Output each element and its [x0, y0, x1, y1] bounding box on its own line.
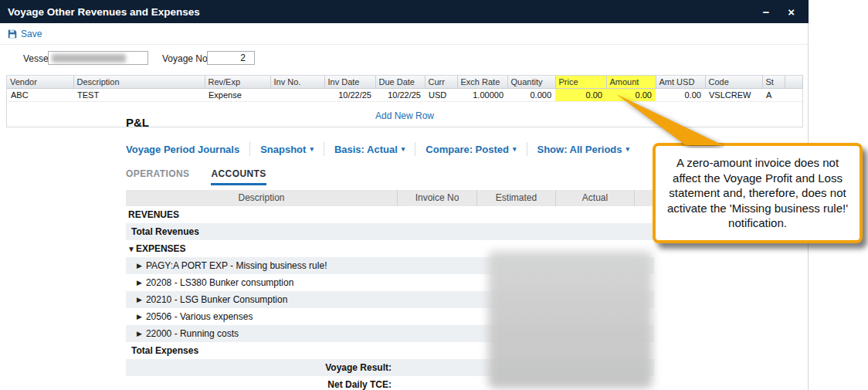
invoice-header-row: Vendor Description Rev/Exp Inv No. Inv D… [7, 76, 802, 89]
annotation-text: A zero-amount invoice does not affect th… [663, 155, 852, 231]
cell-amt-usd[interactable]: 0.00 [656, 89, 705, 102]
chevron-down-icon: ▾ [513, 145, 517, 153]
window-controls: − × [762, 6, 809, 18]
voyage-no-input[interactable]: 2 [207, 51, 255, 65]
col-quantity: Quantity [507, 76, 555, 89]
menu-divider [415, 142, 415, 156]
tab-accounts[interactable]: ACCOUNTS [211, 168, 266, 185]
col-rev-exp: Rev/Exp [205, 76, 270, 89]
menu-divider [324, 142, 324, 156]
cell-due-date[interactable]: 10/22/25 [375, 89, 425, 102]
compare-dropdown[interactable]: Compare: Posted▾ [426, 144, 516, 155]
pnl-col-actual: Actual [556, 190, 635, 206]
col-spacer [785, 76, 802, 89]
expand-icon[interactable]: ▶ [137, 279, 142, 287]
pnl-col-estimated: Estimated [477, 190, 556, 206]
col-code: Code [705, 76, 762, 89]
show-periods-dropdown[interactable]: Show: All Periods▾ [537, 144, 630, 155]
pnl-col-description: Description [126, 190, 398, 206]
cell-spacer [785, 89, 802, 102]
expand-icon[interactable]: ▶ [137, 313, 142, 320]
close-icon[interactable]: × [788, 6, 795, 18]
expand-icon[interactable]: ▶ [137, 262, 142, 270]
pnl-row-total-revenues: Total Revenues [126, 223, 654, 240]
col-curr: Curr [425, 76, 457, 89]
vessel-redacted-value [52, 54, 126, 63]
chevron-down-icon: ▾ [310, 145, 314, 153]
redacted-values-region [488, 251, 653, 388]
save-button-label: Save [21, 29, 42, 39]
save-button[interactable]: Save [8, 29, 42, 39]
col-price: Price [555, 76, 606, 89]
snapshot-dropdown[interactable]: Snapshot▾ [260, 144, 314, 155]
vessel-label: Vessel [23, 53, 50, 64]
screenshot-stage: Voyage Other Revenues and Expenses − × S… [0, 0, 868, 390]
cell-st[interactable]: A [762, 89, 785, 102]
chevron-down-icon: ▾ [402, 145, 405, 153]
pnl-menu: Voyage Period Journals Snapshot▾ Basis: … [126, 141, 654, 157]
pnl-title: P&L [126, 116, 654, 129]
pnl-col-spacer [635, 190, 654, 206]
cell-inv-no[interactable] [270, 89, 324, 102]
cell-amount[interactable]: 0.00 [606, 89, 656, 102]
pnl-col-invoice-no: Invoice No [398, 190, 477, 206]
cell-price[interactable]: 0.00 [555, 89, 606, 102]
minimize-icon[interactable]: − [762, 6, 769, 18]
col-amount: Amount [606, 76, 656, 89]
voyage-no-label: Voyage No. [162, 53, 210, 64]
window-title: Voyage Other Revenues and Expenses [0, 6, 200, 18]
invoice-row: ABC TEST Expense 10/22/25 10/22/25 USD 1… [7, 89, 802, 102]
collapse-icon[interactable]: ▼ [127, 245, 135, 253]
menu-divider [249, 142, 250, 156]
cell-vendor[interactable]: ABC [7, 89, 73, 102]
cell-exch-rate[interactable]: 1.00000 [457, 89, 507, 102]
expand-icon[interactable]: ▶ [137, 330, 142, 337]
col-description: Description [73, 76, 205, 89]
annotation-callout: A zero-amount invoice does not affect th… [653, 143, 863, 243]
expand-icon[interactable]: ▶ [137, 296, 142, 304]
cell-code[interactable]: VSLCREW [705, 89, 762, 102]
save-icon [8, 29, 17, 39]
basis-dropdown[interactable]: Basis: Actual▾ [334, 144, 405, 155]
title-bar: Voyage Other Revenues and Expenses − × [0, 0, 809, 23]
col-inv-date: Inv Date [324, 76, 375, 89]
pnl-tabs: OPERATIONS ACCOUNTS [126, 168, 654, 185]
col-st: St [762, 76, 785, 89]
col-inv-no: Inv No. [270, 76, 324, 89]
col-exch-rate: Exch Rate [457, 76, 507, 89]
cell-quantity[interactable]: 0.000 [507, 89, 555, 102]
cell-curr[interactable]: USD [425, 89, 457, 102]
menu-divider [527, 142, 527, 156]
col-due-date: Due Date [375, 76, 425, 89]
voyage-period-journals-link[interactable]: Voyage Period Journals [126, 144, 239, 155]
vessel-input[interactable] [48, 51, 148, 65]
cell-inv-date[interactable]: 10/22/25 [324, 89, 375, 102]
cell-description[interactable]: TEST [73, 89, 205, 102]
tab-operations[interactable]: OPERATIONS [126, 168, 189, 185]
pnl-table-header: Description Invoice No Estimated Actual [126, 190, 654, 206]
col-vendor: Vendor [7, 76, 73, 89]
cell-rev-exp[interactable]: Expense [205, 89, 270, 102]
chevron-down-icon: ▾ [626, 145, 630, 153]
pnl-row-revenues: REVENUES [126, 206, 654, 223]
col-amt-usd: Amt USD [656, 76, 705, 89]
toolbar: Save [0, 23, 809, 45]
